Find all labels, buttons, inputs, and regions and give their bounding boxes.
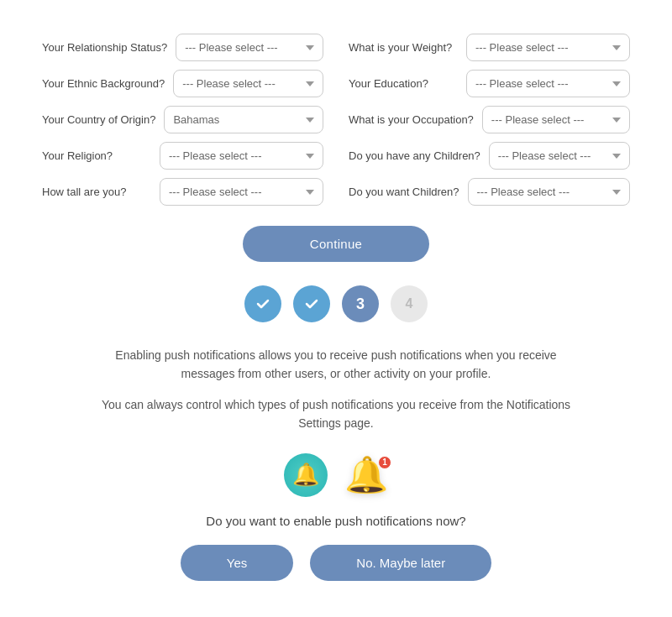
step-3[interactable]: 3: [342, 285, 379, 322]
continue-button[interactable]: Continue: [243, 226, 429, 262]
label-occupation: What is your Occupation?: [349, 113, 474, 126]
select-weight[interactable]: --- Please select ---: [466, 34, 630, 61]
label-weight: What is your Weight?: [349, 41, 458, 54]
form-row-height: How tall are you? --- Please select ---: [42, 178, 323, 206]
continue-button-wrap: Continue: [42, 226, 630, 262]
teal-bell-glyph: 🔔: [292, 462, 319, 488]
select-education[interactable]: --- Please select ---: [466, 70, 630, 97]
yes-button[interactable]: Yes: [181, 545, 293, 581]
step-1[interactable]: [244, 285, 281, 322]
label-religion: Your Religion?: [42, 149, 151, 162]
label-education: Your Education?: [349, 77, 458, 90]
bell-icons-section: 🔔 🔔 1: [42, 453, 630, 497]
info-text-2: You can always control which types of pu…: [92, 395, 580, 433]
form-row-education: Your Education? --- Please select ---: [349, 70, 630, 97]
checkmark-icon-1: [255, 296, 270, 311]
select-religion[interactable]: --- Please select ---: [160, 142, 323, 170]
teal-bell-icon: 🔔: [284, 453, 328, 497]
label-ethnicity: Your Ethnic Background?: [42, 77, 165, 90]
info-text-1: Enabling push notifications allows you t…: [92, 346, 580, 384]
step-indicators: 3 4: [42, 285, 630, 322]
select-country[interactable]: Bahamas: [164, 106, 323, 133]
label-relationship: Your Relationship Status?: [42, 41, 167, 54]
push-question: Do you want to enable push notifications…: [42, 514, 630, 528]
page-container: Your Relationship Status? --- Please sel…: [17, 17, 655, 598]
form-row-country: Your Country of Origin? Bahamas: [42, 106, 323, 133]
yellow-bell-icon-wrap: 🔔 1: [344, 458, 388, 493]
form-row-religion: Your Religion? --- Please select ---: [42, 142, 323, 170]
select-ethnicity[interactable]: --- Please select ---: [173, 70, 323, 97]
checkmark-icon-2: [304, 296, 319, 311]
step-2[interactable]: [293, 285, 330, 322]
form-row-relationship: Your Relationship Status? --- Please sel…: [42, 34, 323, 61]
select-height[interactable]: --- Please select ---: [160, 178, 323, 206]
step-4[interactable]: 4: [391, 285, 428, 322]
select-relationship[interactable]: --- Please select ---: [176, 34, 323, 61]
bell-badge: 1: [378, 456, 391, 469]
form-row-ethnicity: Your Ethnic Background? --- Please selec…: [42, 70, 323, 97]
info-section: Enabling push notifications allows you t…: [42, 346, 630, 433]
no-button[interactable]: No. Maybe later: [310, 545, 491, 581]
select-children-have[interactable]: --- Please select ---: [489, 142, 630, 170]
form-row-weight: What is your Weight? --- Please select -…: [349, 34, 630, 61]
select-occupation[interactable]: --- Please select ---: [482, 106, 630, 133]
form-left-col: Your Relationship Status? --- Please sel…: [42, 34, 323, 206]
form-row-children-want: Do you want Children? --- Please select …: [349, 178, 630, 206]
form-section: Your Relationship Status? --- Please sel…: [42, 34, 630, 206]
label-children-have: Do you have any Children?: [349, 149, 480, 162]
label-height: How tall are you?: [42, 186, 151, 198]
form-row-children-have: Do you have any Children? --- Please sel…: [349, 142, 630, 170]
form-row-occupation: What is your Occupation? --- Please sele…: [349, 106, 630, 133]
label-country: Your Country of Origin?: [42, 113, 155, 126]
action-buttons-wrap: Yes No. Maybe later: [42, 545, 630, 581]
label-children-want: Do you want Children?: [349, 186, 459, 198]
form-right-col: What is your Weight? --- Please select -…: [349, 34, 630, 206]
select-children-want[interactable]: --- Please select ---: [468, 178, 630, 206]
